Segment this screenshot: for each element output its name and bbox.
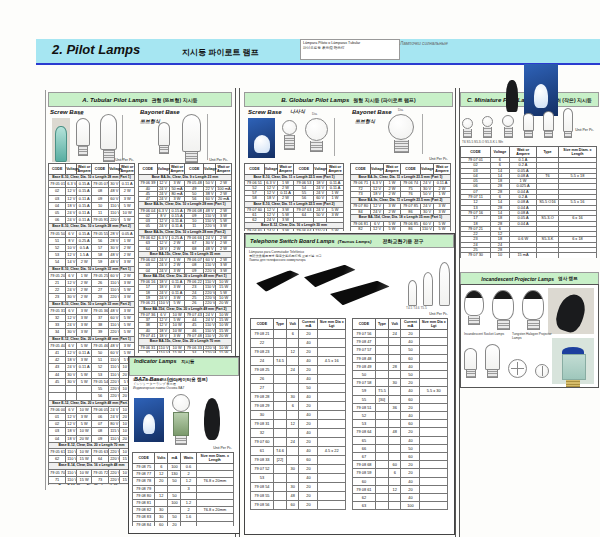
table-cell: 6 V bbox=[66, 342, 77, 349]
table-cell bbox=[66, 386, 77, 393]
column-header: Voltage bbox=[66, 164, 77, 175]
table-cell bbox=[318, 366, 346, 375]
table-cell: 79 06 04 bbox=[139, 208, 158, 213]
table-cell: 5 W bbox=[120, 315, 135, 322]
table-cell: 48 V bbox=[204, 246, 216, 251]
table-cell: 20 bbox=[299, 420, 318, 429]
table-group-row: Base BA-15d, Clear, Dia. 18 x Length 35 … bbox=[351, 215, 451, 221]
table-cell: 12 V bbox=[66, 315, 77, 322]
table-cell: 6 V bbox=[66, 307, 77, 314]
table-cell: 30 V bbox=[109, 181, 120, 188]
table-cell: T5.5 bbox=[375, 387, 388, 395]
table-row: 3324 V3 W38110 V5 W bbox=[49, 322, 135, 329]
table-row: 79 08 543020 bbox=[251, 483, 346, 492]
table-cell: 5 W bbox=[120, 329, 135, 336]
table-group-row: Base E-14, Clear, Dia. 16 x Length 48 mm bbox=[49, 463, 135, 469]
table-cell: 110 V bbox=[204, 323, 216, 328]
table-cell: 79 05 48 bbox=[185, 181, 204, 186]
table-cell: 51 bbox=[49, 237, 66, 244]
table-group-title: Base E-12, Clear, Dia. 20 x Length 48 mm… bbox=[49, 400, 135, 406]
section-b-title: B. Globular Pilot Lamps bbox=[281, 97, 349, 103]
table-group-row: Base E-12, Clear, Dia. 20 x Length 48 mm… bbox=[49, 400, 135, 406]
table-cell: 6 V bbox=[66, 230, 77, 237]
table-cell bbox=[196, 492, 233, 499]
table-cell: 79 06 53 bbox=[294, 181, 314, 186]
table-row: 79 08 801250 bbox=[133, 492, 234, 499]
table-row: 0318 V10 W08115 V10 W bbox=[49, 428, 135, 435]
table-group-title: Base BA-15d, Clear, Dia. 18 x Length 35 … bbox=[351, 215, 451, 221]
table-row: 79 05 316 V3 W79 05 3648 V3 W bbox=[49, 307, 135, 314]
table-cell: 12 V bbox=[66, 252, 77, 259]
table-row: 2640 bbox=[251, 375, 346, 384]
column-header: Voltage bbox=[109, 164, 120, 175]
table-cell bbox=[168, 485, 181, 492]
table-cell: 220 V bbox=[109, 456, 120, 463]
table-cell: 79 07 43 bbox=[185, 312, 204, 317]
table-cell: 01 bbox=[49, 413, 66, 420]
table-cell: 5.5 x 30 bbox=[420, 387, 448, 395]
table-cell: 60 bbox=[287, 501, 299, 510]
table-group-title: Base E-14, Clear, Dia. 20 x Length 60 mm bbox=[49, 483, 135, 485]
table-header-row: CODEVoltageWatt or AmpereTypeSize mm Dia… bbox=[461, 147, 597, 158]
table-cell: 39 bbox=[91, 329, 108, 336]
column-header: Watt or Ampere bbox=[216, 164, 232, 175]
column-header: Current mA bbox=[299, 319, 318, 330]
table-row: 79 07 602420 bbox=[251, 438, 346, 447]
table-cell: 40 bbox=[401, 494, 420, 502]
table-cell: 79 06 07 bbox=[185, 258, 204, 263]
spec-table: CODEVoltageWatt or AmpereCODEVoltageWatt… bbox=[138, 163, 232, 353]
table-row: 5210 V0.5 A5730 V2 W bbox=[49, 245, 135, 252]
table-cell bbox=[375, 403, 388, 411]
table-cell: 20 W bbox=[77, 435, 92, 442]
table-cell: 220 V bbox=[109, 386, 120, 393]
table-cell: 79 07 41 bbox=[139, 334, 158, 339]
table-cell: 220 V bbox=[204, 268, 216, 273]
table-group-row: Base E-10, Clear, Dia. 11 x Length 22.5 … bbox=[245, 201, 344, 207]
table-cell bbox=[287, 339, 299, 348]
table-row: 79 08 686020 bbox=[353, 461, 448, 469]
table-cell: 0.15 A bbox=[77, 202, 92, 209]
table-group-row: Base E-12, Clear, Dia. 20 x Length 48 mm… bbox=[49, 336, 135, 342]
table-cell: 40 bbox=[401, 412, 420, 420]
table-cell bbox=[375, 371, 388, 379]
table-cell: 71 bbox=[49, 476, 66, 483]
table-cell: 40 bbox=[299, 411, 318, 420]
table-cell bbox=[389, 444, 401, 452]
section-b-screw-kr: 나사식 bbox=[290, 108, 305, 114]
column-header: Volts bbox=[155, 453, 168, 464]
table-row: 79 08 82302T6.8 x 20mm bbox=[133, 507, 234, 514]
table-cell: 6 V bbox=[66, 406, 77, 413]
spec-table: CODETypeVoltCurrent mASize mm Dia x Lgt7… bbox=[352, 318, 448, 510]
table-header-row: CODETypeVoltCurrent mASize mm Dia x Lgt bbox=[353, 319, 448, 330]
table-cell: 79 08 28 bbox=[251, 393, 274, 402]
table-group-title: Base E-12, Clear, Dia. 20 x Length 48 mm… bbox=[49, 336, 135, 342]
table-cell: 3 W bbox=[120, 280, 135, 287]
table-group-title: Base E-10, Clear, Dia. 10 x Length 33 mm… bbox=[49, 266, 135, 272]
column-header: CODE bbox=[49, 164, 66, 175]
table-cell: 79 08 75 bbox=[133, 464, 155, 471]
table-cell bbox=[318, 402, 346, 411]
table-cell: 1.2 bbox=[181, 478, 196, 485]
table-cell: 79 08 81 bbox=[133, 500, 155, 507]
table-cell: 220 V bbox=[204, 350, 216, 353]
table-cell: 110 V bbox=[109, 322, 120, 329]
table-cell bbox=[389, 371, 401, 379]
table-row: 79 08 566020 bbox=[251, 501, 346, 510]
table-cell: 20 bbox=[299, 483, 318, 492]
table-cell: 10 W bbox=[120, 210, 135, 217]
table-cell: 56 bbox=[91, 393, 108, 400]
table-cell: 03 bbox=[49, 195, 66, 202]
miniature-type-labels: T6 S5.5 S5.3-O S5.3-K L Wn bbox=[462, 140, 592, 144]
column-header: Watt or Ampere bbox=[384, 164, 401, 175]
table-cell: 50 bbox=[401, 346, 420, 354]
section-a-header: A. Tubular Pilot Lamps 관형 (쯔브형) 지시등 bbox=[48, 92, 232, 107]
table-cell: 50 bbox=[401, 444, 420, 452]
table-cell bbox=[389, 346, 401, 354]
table-cell: 1.6 bbox=[181, 514, 196, 521]
table-cell bbox=[318, 456, 346, 465]
table-cell: 79 08 82 bbox=[133, 507, 155, 514]
table-row: 56220 V20 W bbox=[49, 393, 135, 400]
table-cell: 79 08 83 bbox=[133, 514, 155, 521]
table-group-title: Base BA-15d, Clear, Dia. 20 x Length 48 … bbox=[139, 273, 232, 279]
table-cell bbox=[420, 444, 448, 452]
